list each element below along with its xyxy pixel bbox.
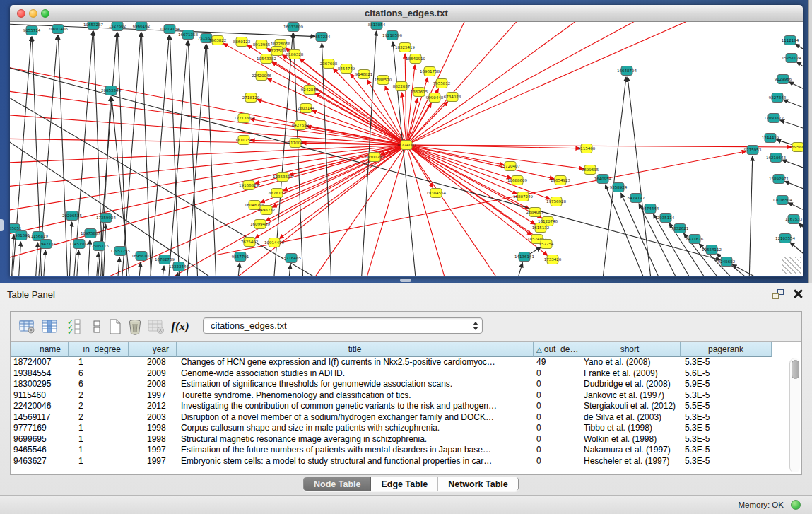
table-row[interactable]: 969969511998Structural magnetic resonanc…: [11, 434, 801, 445]
column-header-out_degree[interactable]: △out_de…: [534, 342, 579, 357]
graph-node[interactable]: 8186328: [286, 50, 304, 59]
graph-node[interactable]: 10719134: [160, 25, 180, 34]
graph-node[interactable]: 7955812: [433, 79, 451, 88]
table-row[interactable]: 1830029562008Estimation of significance …: [11, 379, 801, 390]
graph-node[interactable]: 19756928: [546, 197, 566, 206]
graph-node[interactable]: 17359924: [96, 214, 116, 223]
table-selector-dropdown[interactable]: citations_edges.txt: [203, 317, 483, 334]
graph-node[interactable]: 1810754: [235, 136, 253, 145]
graph-node[interactable]: 9358924: [610, 183, 628, 192]
graph-node[interactable]: 9699695: [582, 165, 599, 175]
graph-node[interactable]: 8912955: [253, 40, 271, 49]
graph-node[interactable]: 1640954: [594, 175, 612, 184]
graph-node[interactable]: 9857791: [232, 252, 249, 262]
graph-node[interactable]: 8878132: [269, 189, 286, 198]
new-table-icon[interactable]: [105, 317, 125, 337]
graph-node[interactable]: 12103554: [775, 234, 795, 243]
float-window-icon[interactable]: [772, 289, 784, 299]
column-header-name[interactable]: name: [11, 342, 69, 357]
graph-node[interactable]: 1244419: [762, 134, 779, 143]
import-table-icon[interactable]: [146, 317, 166, 337]
graph-node[interactable]: 7857224: [313, 33, 331, 42]
graph-node[interactable]: 9146821: [355, 70, 373, 79]
graph-node[interactable]: 7625402: [241, 238, 259, 247]
table-row[interactable]: 1872400712008Changes of HCN gene express…: [11, 357, 801, 368]
graph-node[interactable]: 9474444: [642, 204, 659, 214]
table-row[interactable]: 911546021997Tourette syndrome. Phenomeno…: [11, 390, 801, 402]
column-header-short[interactable]: short: [579, 342, 681, 357]
graph-node[interactable]: 16961758: [420, 67, 440, 76]
graph-node[interactable]: 1595884: [789, 143, 803, 152]
graph-node[interactable]: 2935114: [657, 214, 675, 223]
table-row[interactable]: 946554611997Estimation of the future num…: [11, 445, 801, 456]
delete-table-icon[interactable]: [125, 317, 145, 337]
graph-node[interactable]: 9055714: [23, 26, 41, 35]
graph-node[interactable]: 10688609: [507, 176, 527, 185]
panel-splitter-handle[interactable]: [400, 279, 411, 282]
graph-node[interactable]: 15720407: [500, 162, 520, 171]
column-header-year[interactable]: year: [129, 342, 177, 357]
graph-node[interactable]: 2803144: [298, 104, 315, 113]
rows-icon[interactable]: [87, 317, 107, 337]
graph-node[interactable]: 16648794: [617, 66, 637, 76]
table-row[interactable]: 946362711997Embryonic stem cells: a mode…: [11, 456, 801, 467]
graph-node[interactable]: 2718120: [242, 93, 260, 103]
graph-node[interactable]: 9115460: [578, 144, 596, 153]
graph-node[interactable]: 10914479: [264, 238, 284, 247]
graph-node[interactable]: 12093872: [764, 114, 784, 123]
graph-node[interactable]: 8813054: [368, 22, 386, 30]
table-row[interactable]: 1456911722003Disruption of a novel membe…: [11, 412, 801, 424]
column-header-pagerank[interactable]: pagerank: [681, 342, 772, 357]
graph-node[interactable]: 15892971: [769, 175, 789, 184]
select-columns-icon[interactable]: [40, 317, 60, 337]
network-canvas[interactable]: 9055714206914061065328715276026966162107…: [10, 22, 803, 276]
graph-node[interactable]: 8471676: [686, 235, 704, 244]
graph-node[interactable]: 1733426: [544, 255, 562, 264]
table-vertical-scrollbar[interactable]: [789, 358, 800, 472]
graph-node[interactable]: 18640910: [406, 54, 425, 64]
graph-node[interactable]: 18325419: [395, 43, 415, 52]
graph-node[interactable]: 9990448: [426, 93, 444, 103]
graph-node[interactable]: 16782759: [155, 255, 175, 264]
table-row[interactable]: 1938455462009Genome-wide association stu…: [11, 368, 801, 380]
graph-node[interactable]: 8860123: [233, 37, 251, 47]
table-row[interactable]: 977716911998Corpus callosum shape and si…: [11, 423, 801, 434]
graph-node[interactable]: 6479197: [628, 194, 645, 203]
graph-node[interactable]: 15751074: [782, 54, 801, 63]
graph-node[interactable]: 11451914: [69, 240, 89, 249]
panel-collapse-notch[interactable]: [0, 219, 4, 231]
window-resize-grip[interactable]: [782, 257, 801, 274]
graph-node[interactable]: 16033809: [283, 23, 303, 32]
tab-edge-table[interactable]: Edge Table: [371, 477, 438, 491]
tab-node-table[interactable]: Node Table: [304, 477, 371, 491]
table-settings-icon[interactable]: [18, 317, 37, 337]
network-window-titlebar[interactable]: citations_edges.txt: [10, 5, 803, 22]
graph-node[interactable]: 10654112: [702, 245, 722, 255]
scrollbar-thumb[interactable]: [792, 360, 799, 379]
graph-node[interactable]: 16099489: [250, 220, 270, 229]
graph-node[interactable]: 1167533: [785, 215, 803, 224]
function-builder-icon[interactable]: f(x): [170, 317, 190, 337]
tab-network-table[interactable]: Network Table: [438, 477, 518, 491]
graph-node[interactable]: 12353594: [273, 173, 293, 182]
graph-node[interactable]: 16210643: [766, 153, 786, 163]
graph-node[interactable]: 8822037: [393, 82, 411, 91]
graph-node[interactable]: 19384554: [426, 189, 446, 198]
graph-node[interactable]: 19218596: [382, 31, 402, 40]
network-graph[interactable]: 9055714206914061065328715276026966162107…: [10, 22, 803, 276]
graph-node[interactable]: 15716485: [281, 254, 301, 263]
table-row[interactable]: 2242004622012Investigating the contribut…: [11, 401, 801, 412]
graph-node[interactable]: 252254: [539, 240, 554, 249]
graph-node[interactable]: 1527602: [109, 22, 126, 31]
column-header-in_degree[interactable]: in_degree: [69, 342, 129, 357]
graph-node[interactable]: 1112184: [782, 36, 799, 45]
graph-node[interactable]: 1588520: [375, 76, 392, 85]
graph-node[interactable]: 917004: [288, 139, 303, 148]
graph-node[interactable]: 12505115: [89, 242, 109, 251]
column-header-title[interactable]: title: [177, 342, 534, 357]
select-all-icon[interactable]: ✓✓✓: [64, 317, 84, 337]
graph-node[interactable]: 7632621: [671, 224, 689, 233]
graph-node[interactable]: 9227343: [769, 93, 787, 103]
graph-node[interactable]: 8454749: [338, 64, 355, 74]
graph-node[interactable]: 19654923: [551, 176, 570, 185]
